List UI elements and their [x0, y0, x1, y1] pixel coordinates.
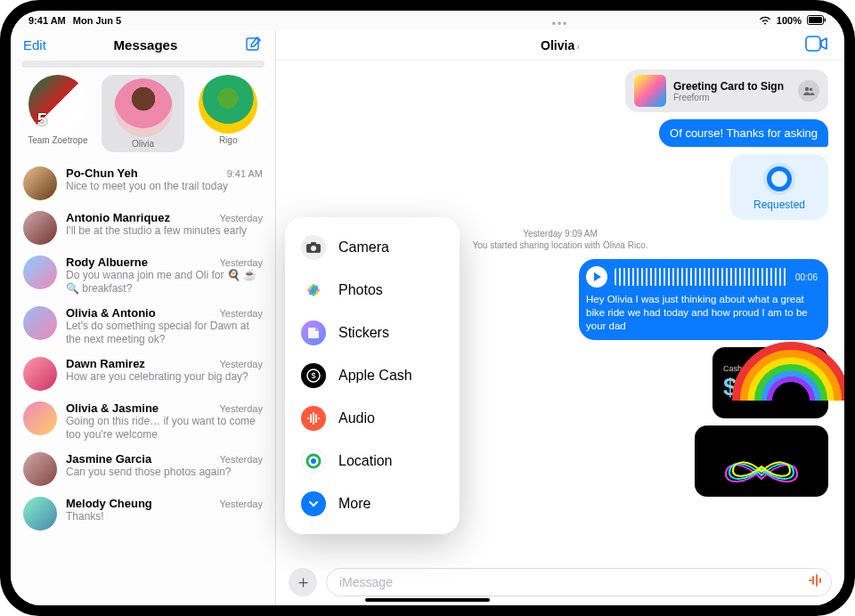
apple-cash-brand: Cash — [723, 364, 818, 373]
link-subtitle: Freeform — [673, 93, 784, 102]
sent-message-bubble[interactable]: Of course! Thanks for asking — [659, 119, 828, 147]
popover-item-camera[interactable]: Camera — [292, 226, 452, 269]
pinned-label: Team Zoetrope — [28, 135, 87, 145]
home-indicator[interactable] — [365, 598, 490, 602]
pinned-olivia[interactable]: Olivia — [102, 75, 185, 152]
avatar — [23, 306, 57, 340]
input-bar: ＋ iMessage — [289, 568, 832, 596]
popover-label: More — [338, 496, 370, 512]
avatar — [114, 78, 173, 137]
conversation-title[interactable]: Olivia› — [541, 38, 580, 53]
chevron-right-icon: › — [576, 41, 580, 52]
audio-icon — [301, 406, 326, 431]
apple-cash-card[interactable]: Cash $15 — [712, 347, 828, 418]
conversation-item[interactable]: Dawn RamirezYesterday How are you celebr… — [11, 352, 275, 396]
location-icon — [301, 449, 326, 474]
conversation-list: Po-Chun Yeh9:41 AM Nice to meet you on t… — [11, 161, 275, 605]
popover-item-photos[interactable]: Photos — [292, 269, 452, 312]
popover-label: Audio — [338, 410, 375, 426]
image-attachment[interactable] — [695, 426, 828, 497]
status-time: 9:41 AM — [28, 15, 66, 26]
conversation-item[interactable]: Rody AlbuerneYesterday Do you wanna join… — [11, 250, 275, 301]
conversation-item[interactable]: Olivia & AntonioYesterday Let's do somet… — [11, 301, 275, 352]
collaboration-icon — [798, 80, 819, 101]
pinned-label: Rigo — [219, 135, 238, 145]
avatar — [23, 255, 57, 289]
avatar — [23, 211, 57, 245]
popover-item-audio[interactable]: Audio — [292, 397, 452, 440]
popover-label: Location — [338, 453, 393, 469]
conversation-item[interactable]: Melody CheungYesterday Thanks! — [11, 491, 275, 536]
svg-rect-4 — [806, 36, 820, 51]
waveform-icon — [615, 268, 788, 286]
audio-message-bubble[interactable]: 00:06 Hey Olivia I was just thinking abo… — [579, 259, 828, 340]
status-bar: 9:41 AM Mon Jun 5 100% — [11, 11, 844, 30]
battery-icon — [807, 15, 826, 27]
status-date: Mon Jun 5 — [73, 15, 121, 26]
pinned-rigo[interactable]: Rigo — [188, 75, 268, 152]
svg-rect-8 — [311, 242, 316, 245]
avatar — [23, 401, 57, 435]
svg-rect-1 — [809, 17, 822, 23]
link-thumbnail — [634, 75, 666, 107]
avatar — [199, 75, 257, 134]
popover-label: Apple Cash — [338, 368, 412, 384]
conversation-item[interactable]: Olivia & JasmineYesterday Going on this … — [11, 396, 275, 447]
popover-label: Stickers — [338, 325, 389, 341]
link-preview-bubble[interactable]: Greeting Card to Sign Freeform — [625, 69, 828, 112]
conversation-item[interactable]: Po-Chun Yeh9:41 AM Nice to meet you on t… — [11, 161, 275, 206]
popover-label: Photos — [338, 282, 383, 298]
svg-point-5 — [805, 87, 809, 91]
play-icon — [594, 272, 601, 281]
conversation-item[interactable]: Antonio ManriquezYesterday I'll be at th… — [11, 206, 275, 250]
input-placeholder: iMessage — [339, 575, 393, 589]
pane-header: ••• Olivia› — [276, 30, 844, 61]
stickers-icon — [301, 320, 326, 345]
svg-rect-2 — [825, 18, 826, 21]
pinned-team-zoetrope[interactable]: Team Zoetrope — [18, 75, 98, 152]
battery-percent: 100% — [777, 15, 802, 26]
sidebar: Edit Messages Team Zoetrope Olivia — [11, 30, 276, 605]
popover-item-more[interactable]: More — [292, 482, 452, 525]
message-input[interactable]: iMessage — [326, 568, 832, 596]
avatar — [23, 497, 57, 531]
popover-item-apple-cash[interactable]: $ Apple Cash — [292, 354, 452, 397]
svg-point-6 — [810, 88, 813, 92]
location-dot-icon — [767, 166, 792, 191]
pinned-label: Olivia — [132, 139, 154, 149]
popover-item-stickers[interactable]: Stickers — [292, 312, 452, 354]
svg-text:$: $ — [311, 371, 315, 380]
screen: 9:41 AM Mon Jun 5 100% Edit Messages — [11, 11, 844, 605]
avatar — [23, 166, 57, 200]
svg-point-9 — [311, 246, 316, 251]
audio-transcript: Hey Olivia I was just thinking about wha… — [586, 293, 818, 333]
camera-icon — [301, 235, 326, 260]
popover-label: Camera — [338, 239, 389, 255]
apps-popover: Camera Photos Stickers $ Apple Cash — [285, 217, 460, 534]
location-requested-card[interactable]: Requested — [730, 154, 828, 220]
wifi-icon — [759, 15, 771, 27]
avatar — [23, 452, 57, 486]
pinned-row: Team Zoetrope Olivia Rigo — [11, 75, 275, 161]
link-title: Greeting Card to Sign — [673, 80, 784, 93]
ipad-frame: 9:41 AM Mon Jun 5 100% Edit Messages — [0, 0, 855, 616]
apple-cash-icon: $ — [301, 363, 326, 388]
play-button[interactable] — [586, 266, 607, 288]
svg-point-17 — [311, 458, 316, 464]
audio-duration: 00:06 — [795, 272, 818, 282]
apple-cash-amount: $15 — [723, 373, 818, 401]
popover-item-location[interactable]: Location — [292, 440, 452, 482]
sidebar-title: Messages — [114, 37, 178, 53]
chevron-down-icon — [301, 491, 326, 516]
apps-button[interactable]: ＋ — [289, 568, 317, 596]
search-bar[interactable] — [21, 61, 265, 68]
dictation-icon[interactable] — [808, 573, 822, 592]
multitask-dots-icon[interactable]: ••• — [552, 18, 569, 30]
edit-button[interactable]: Edit — [23, 37, 46, 53]
photos-icon — [301, 278, 326, 303]
facetime-button[interactable] — [805, 36, 828, 55]
compose-button[interactable] — [245, 36, 263, 53]
requested-label: Requested — [737, 199, 821, 211]
avatar — [23, 357, 57, 391]
conversation-item[interactable]: Jasmine GarciaYesterday Can you send tho… — [11, 447, 275, 491]
